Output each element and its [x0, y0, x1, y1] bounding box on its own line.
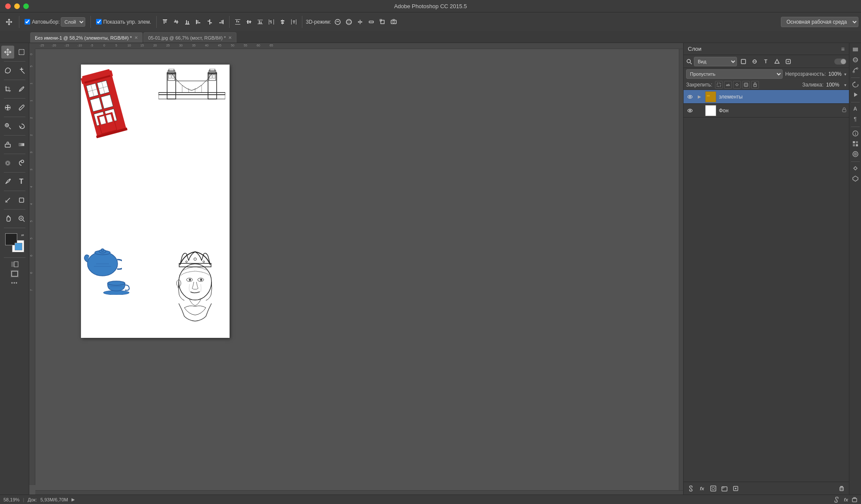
eraser-tool[interactable]: [1, 138, 14, 151]
distribute-right-icon[interactable]: [289, 17, 298, 27]
outer-info-icon[interactable]: i: [851, 129, 860, 138]
autoselect-select[interactable]: Слой: [61, 17, 85, 27]
pen-tool[interactable]: [1, 175, 14, 188]
brush-tool[interactable]: [15, 101, 28, 114]
minimize-button[interactable]: [14, 3, 20, 9]
outer-char-icon[interactable]: A: [851, 104, 860, 114]
quick-mask-tool[interactable]: [8, 260, 21, 269]
move-tool[interactable]: [1, 46, 14, 59]
align-bottom-icon[interactable]: [183, 17, 192, 27]
layer-item-background[interactable]: Фон: [684, 104, 849, 117]
outer-layers-icon[interactable]: [851, 45, 860, 54]
extras-icon[interactable]: •••: [8, 278, 21, 288]
threed-orbit-icon[interactable]: [344, 17, 354, 27]
layer-visibility-elements[interactable]: [686, 93, 694, 101]
layer-filter-toggle[interactable]: [834, 59, 846, 65]
align-vcenter-icon[interactable]: [171, 17, 181, 27]
layer-filter-shape-icon[interactable]: [772, 57, 782, 66]
window-controls[interactable]: [5, 3, 29, 9]
layers-panel-menu-icon[interactable]: ≡: [841, 46, 845, 53]
blend-mode-select[interactable]: Пропустить: [686, 69, 783, 79]
layer-filter-text-icon[interactable]: T: [761, 57, 771, 66]
show-controls-label[interactable]: Показать упр. элем.: [96, 19, 151, 25]
move-tool-icon[interactable]: [4, 17, 14, 27]
lock-image-icon[interactable]: [724, 81, 732, 89]
healing-tool[interactable]: [1, 101, 14, 114]
path-select-tool[interactable]: [1, 194, 14, 207]
layer-visibility-background[interactable]: [686, 107, 694, 114]
threed-pan-icon[interactable]: [355, 17, 365, 27]
distribute-hcenter-icon[interactable]: [278, 17, 287, 27]
link-icon[interactable]: [833, 497, 840, 503]
threed-rotate-icon[interactable]: [333, 17, 342, 27]
color-wells[interactable]: ⇄: [5, 233, 24, 252]
dodge-tool[interactable]: [15, 157, 28, 170]
distribute-left-icon[interactable]: [267, 17, 276, 27]
maximize-button[interactable]: [23, 3, 29, 9]
eyedropper-tool[interactable]: [15, 83, 28, 96]
outer-para-icon[interactable]: ¶: [851, 114, 860, 124]
layer-expand-elements[interactable]: ▶: [696, 94, 702, 100]
distribute-bottom-icon[interactable]: [255, 17, 265, 27]
autoselect-checkbox[interactable]: [25, 19, 30, 25]
threed-camera-icon[interactable]: [389, 17, 398, 27]
lasso-tool[interactable]: [1, 64, 14, 77]
autoselect-checkbox-label[interactable]: Автовыбор:: [25, 19, 60, 25]
outer-paths-icon[interactable]: [851, 65, 860, 75]
fx-icon[interactable]: fx: [844, 497, 848, 502]
history-brush-tool[interactable]: [15, 120, 28, 133]
bottom-delete-icon[interactable]: [852, 497, 858, 503]
layer-mask-icon[interactable]: [709, 484, 718, 493]
outer-swatches-icon[interactable]: [851, 139, 860, 148]
outer-transforms-icon[interactable]: [851, 164, 860, 173]
workspace-select[interactable]: Основная рабочая среда: [781, 17, 858, 27]
outer-channels-icon[interactable]: [851, 55, 860, 65]
align-left-icon[interactable]: [194, 17, 203, 27]
outer-styles-icon[interactable]: [851, 149, 860, 159]
color-switch-icon[interactable]: ⇄: [21, 233, 24, 237]
tab-document-1[interactable]: Без имени-1 @ 58,2% (элементы, RGB/8#) *…: [30, 32, 143, 43]
align-top-icon[interactable]: [160, 17, 170, 27]
tab-2-close[interactable]: ✕: [228, 35, 232, 40]
lock-all-icon[interactable]: [751, 81, 759, 89]
distribute-top-icon[interactable]: [233, 17, 242, 27]
clone-tool[interactable]: [1, 120, 14, 133]
doc-expand-icon[interactable]: ▶: [71, 497, 75, 502]
tab-document-2[interactable]: 05-01.jpg @ 66,7% (мост, RGB/8#) * ✕: [143, 32, 236, 43]
align-right-icon[interactable]: [216, 17, 226, 27]
layer-style-icon[interactable]: fx: [697, 484, 707, 493]
crop-tool[interactable]: [1, 83, 14, 96]
layer-filter-select[interactable]: Вид: [694, 57, 737, 66]
new-layer-icon[interactable]: [731, 484, 740, 493]
zoom-tool[interactable]: [15, 212, 28, 225]
lock-position-icon[interactable]: [733, 81, 741, 89]
layer-filter-smart-icon[interactable]: [783, 57, 793, 66]
screen-mode-tool[interactable]: [8, 269, 21, 278]
distribute-vcenter-icon[interactable]: [244, 17, 254, 27]
lock-artboard-icon[interactable]: [742, 81, 750, 89]
lock-transparent-icon[interactable]: [715, 81, 723, 89]
text-tool[interactable]: T: [15, 175, 28, 188]
magic-wand-tool[interactable]: [15, 64, 28, 77]
fill-arrow-icon[interactable]: ▾: [844, 83, 846, 87]
close-button[interactable]: [5, 3, 11, 9]
outer-actions-icon[interactable]: [851, 90, 860, 99]
tab-1-close[interactable]: ✕: [134, 35, 138, 40]
canvas-scrollbar-h[interactable]: [35, 490, 683, 495]
threed-slide-icon[interactable]: [367, 17, 376, 27]
show-controls-checkbox[interactable]: [96, 19, 102, 25]
delete-layer-icon[interactable]: [837, 484, 846, 493]
new-group-icon[interactable]: [720, 484, 729, 493]
layer-item-elements[interactable]: ▶ элементы: [684, 90, 849, 104]
opacity-arrow[interactable]: ▾: [844, 72, 846, 77]
align-hcenter-icon[interactable]: [205, 17, 214, 27]
blur-tool[interactable]: [1, 157, 14, 170]
gradient-tool[interactable]: [15, 138, 28, 151]
hand-tool[interactable]: [1, 212, 14, 225]
layer-filter-kind-icon[interactable]: [739, 57, 748, 66]
marquee-tool[interactable]: [15, 46, 28, 59]
canvas-scrollbar-v[interactable]: [679, 49, 683, 490]
outer-history-icon[interactable]: [851, 80, 860, 89]
layer-filter-adj-icon[interactable]: [750, 57, 759, 66]
link-layers-icon[interactable]: [686, 484, 696, 493]
